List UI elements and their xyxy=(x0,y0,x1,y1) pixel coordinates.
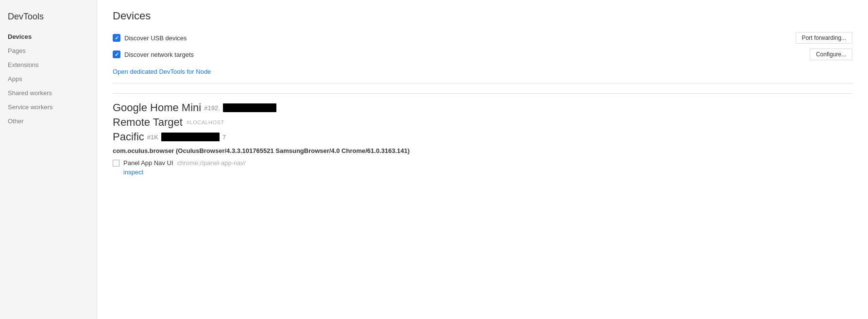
google-home-mini-label: Google Home Mini xyxy=(113,101,201,114)
pacific-redacted xyxy=(161,133,220,141)
sidebar-item-service-workers[interactable]: Service workers xyxy=(0,100,97,114)
main-content: Devices Discover USB devices Port forwar… xyxy=(97,0,868,319)
sidebar: DevTools Devices Pages Extensions Apps S… xyxy=(0,0,97,319)
pacific-id: #1K xyxy=(147,134,158,141)
app-row: Panel App Nav UI chrome://panel-app-nav/ xyxy=(113,159,852,167)
sidebar-item-apps[interactable]: Apps xyxy=(0,72,97,86)
discover-network-label: Discover network targets xyxy=(124,51,806,58)
inspect-link[interactable]: inspect xyxy=(123,168,852,176)
pacific-entry: Pacific #1K 7 xyxy=(113,131,852,143)
google-home-mini-entry: Google Home Mini #192. xyxy=(113,101,852,114)
google-home-mini-name: Google Home Mini #192. xyxy=(113,101,852,114)
discover-usb-label: Discover USB devices xyxy=(124,34,792,42)
page-title: Devices xyxy=(113,10,852,22)
app-url: chrome://panel-app-nav/ xyxy=(177,159,246,167)
app-name: Panel App Nav UI xyxy=(123,159,173,167)
devices-section: Google Home Mini #192. Remote Target #LO… xyxy=(113,93,852,176)
devtools-node-link[interactable]: Open dedicated DevTools for Node xyxy=(113,68,211,75)
discover-usb-row: Discover USB devices Port forwarding... xyxy=(113,32,852,44)
google-home-mini-id: #192. xyxy=(204,104,220,112)
remote-target-label: Remote Target xyxy=(113,116,183,129)
discover-network-row: Discover network targets Configure... xyxy=(113,49,852,60)
app-checkbox[interactable] xyxy=(113,160,119,167)
sidebar-item-extensions[interactable]: Extensions xyxy=(0,58,97,72)
discover-network-checkbox[interactable] xyxy=(113,50,120,58)
google-home-mini-redacted xyxy=(223,103,276,112)
port-forwarding-button[interactable]: Port forwarding... xyxy=(796,32,852,44)
pacific-label: Pacific xyxy=(113,131,144,143)
sidebar-title: DevTools xyxy=(0,8,97,30)
sidebar-item-devices[interactable]: Devices xyxy=(0,30,97,44)
discover-usb-checkbox[interactable] xyxy=(113,34,120,42)
remote-target-name: Remote Target #LOCALHOST xyxy=(113,116,852,129)
configure-button[interactable]: Configure... xyxy=(810,49,852,60)
pacific-name-row: Pacific #1K 7 xyxy=(113,131,852,143)
pacific-suffix: 7 xyxy=(222,134,226,141)
sidebar-item-pages[interactable]: Pages xyxy=(0,44,97,58)
sidebar-item-shared-workers[interactable]: Shared workers xyxy=(0,86,97,100)
sidebar-item-other[interactable]: Other xyxy=(0,114,97,128)
controls-section: Discover USB devices Port forwarding... … xyxy=(113,32,852,84)
browser-info: com.oculus.browser (OculusBrowser/4.3.3.… xyxy=(113,147,852,154)
remote-target-id: #LOCALHOST xyxy=(187,119,224,125)
remote-target-entry: Remote Target #LOCALHOST xyxy=(113,116,852,129)
